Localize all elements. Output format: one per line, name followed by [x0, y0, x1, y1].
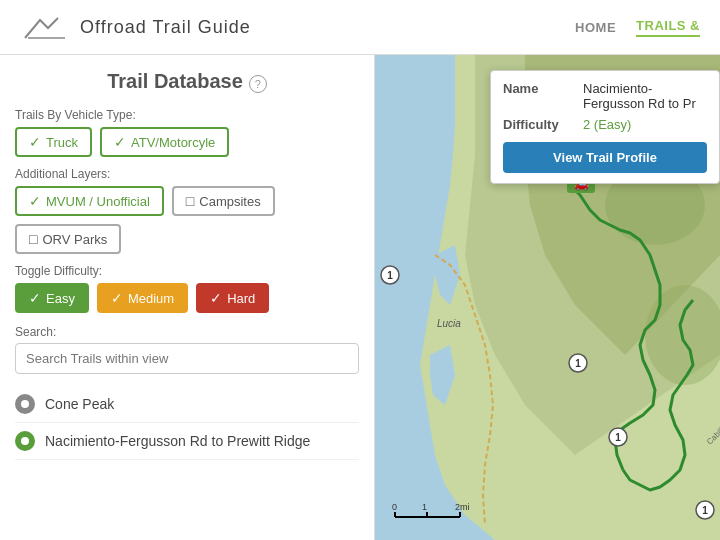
svg-marker-9 — [435, 245, 460, 305]
orv-check-icon: □ — [29, 231, 37, 247]
svg-text:Lucia: Lucia — [437, 318, 461, 329]
svg-text:2mi: 2mi — [455, 502, 470, 512]
campsites-check-icon: □ — [186, 193, 194, 209]
easy-check-icon: ✓ — [29, 290, 41, 306]
trail-item[interactable]: Cone Peak — [15, 386, 359, 423]
svg-point-17 — [696, 501, 714, 519]
logo-icon — [20, 10, 70, 45]
sidebar: Trail Database ? Trails By Vehicle Type:… — [0, 55, 375, 540]
easy-label: Easy — [46, 291, 75, 306]
search-section: Search: — [15, 325, 359, 374]
trail-list: Cone Peak Nacimiento-Fergusson Rd to Pre… — [15, 386, 359, 460]
atv-button[interactable]: ✓ ATV/Motorcyle — [100, 127, 229, 157]
svg-text:1: 1 — [702, 505, 708, 516]
truck-button[interactable]: ✓ Truck — [15, 127, 92, 157]
svg-text:0: 0 — [392, 502, 397, 512]
medium-label: Medium — [128, 291, 174, 306]
truck-label: Truck — [46, 135, 78, 150]
atv-label: ATV/Motorcyle — [131, 135, 215, 150]
svg-text:Cabillo Hwy: Cabillo Hwy — [705, 410, 720, 446]
difficulty-buttons: ✓ Easy ✓ Medium ✓ Hard — [15, 283, 359, 313]
svg-point-1 — [21, 400, 29, 408]
difficulty-label: Toggle Difficulty: — [15, 264, 359, 278]
orv-label: ORV Parks — [42, 232, 107, 247]
view-trail-profile-button[interactable]: View Trail Profile — [503, 142, 707, 173]
campsites-button[interactable]: □ Campsites — [172, 186, 275, 216]
hard-button[interactable]: ✓ Hard — [196, 283, 269, 313]
layers-label: Additional Layers: — [15, 167, 359, 181]
trail-dot-nacimiento — [15, 431, 35, 451]
header: Offroad Trail Guide HOME TRAILS & — [0, 0, 720, 55]
popup-name-value: Nacimiento-Fergusson Rd to Pr — [583, 81, 707, 111]
popup-difficulty-row: Difficulty 2 (Easy) — [503, 117, 707, 132]
orv-button[interactable]: □ ORV Parks — [15, 224, 121, 254]
svg-point-8 — [645, 285, 720, 385]
main-layout: Trail Database ? Trails By Vehicle Type:… — [0, 55, 720, 540]
nav-home[interactable]: HOME — [575, 20, 616, 35]
sidebar-title: Trail Database — [107, 70, 243, 93]
mvum-check-icon: ✓ — [29, 193, 41, 209]
medium-check-icon: ✓ — [111, 290, 123, 306]
logo-text: Offroad Trail Guide — [80, 17, 251, 38]
search-label: Search: — [15, 325, 359, 339]
nav-trails[interactable]: TRAILS & — [636, 18, 700, 37]
hard-label: Hard — [227, 291, 255, 306]
nav-links: HOME TRAILS & — [575, 18, 700, 37]
logo-area: Offroad Trail Guide — [20, 10, 251, 45]
vehicle-type-buttons: ✓ Truck ✓ ATV/Motorcyle — [15, 127, 359, 157]
popup-name-label: Name — [503, 81, 573, 111]
mvum-button[interactable]: ✓ MVUM / Unofficial — [15, 186, 164, 216]
svg-point-2 — [21, 437, 29, 445]
hard-check-icon: ✓ — [210, 290, 222, 306]
svg-point-13 — [569, 354, 587, 372]
easy-button[interactable]: ✓ Easy — [15, 283, 89, 313]
map-area: 1 1 1 1 🚗 Lucia 0 1 2mi Cabillo Hwy — [375, 55, 720, 540]
vehicle-type-label: Trails By Vehicle Type: — [15, 108, 359, 122]
medium-button[interactable]: ✓ Medium — [97, 283, 188, 313]
svg-point-11 — [381, 266, 399, 284]
mvum-label: MVUM / Unofficial — [46, 194, 150, 209]
campsites-label: Campsites — [199, 194, 260, 209]
trail-name-nacimiento: Nacimiento-Fergusson Rd to Prewitt Ridge — [45, 433, 310, 449]
trail-dot-cone — [15, 394, 35, 414]
svg-text:1: 1 — [422, 502, 427, 512]
trail-item-nacimiento[interactable]: Nacimiento-Fergusson Rd to Prewitt Ridge — [15, 423, 359, 460]
search-input[interactable] — [15, 343, 359, 374]
layer-buttons: ✓ MVUM / Unofficial □ Campsites □ ORV Pa… — [15, 186, 359, 254]
svg-point-15 — [609, 428, 627, 446]
svg-text:1: 1 — [575, 358, 581, 369]
svg-text:1: 1 — [387, 270, 393, 281]
popup-difficulty-label: Difficulty — [503, 117, 573, 132]
svg-marker-10 — [430, 345, 455, 405]
trail-name-cone: Cone Peak — [45, 396, 114, 412]
truck-check-icon: ✓ — [29, 134, 41, 150]
svg-text:1: 1 — [615, 432, 621, 443]
atv-check-icon: ✓ — [114, 134, 126, 150]
popup-name-row: Name Nacimiento-Fergusson Rd to Pr — [503, 81, 707, 111]
help-icon[interactable]: ? — [249, 75, 267, 93]
popup-difficulty-value: 2 (Easy) — [583, 117, 631, 132]
map-popup: Name Nacimiento-Fergusson Rd to Pr Diffi… — [490, 70, 720, 184]
